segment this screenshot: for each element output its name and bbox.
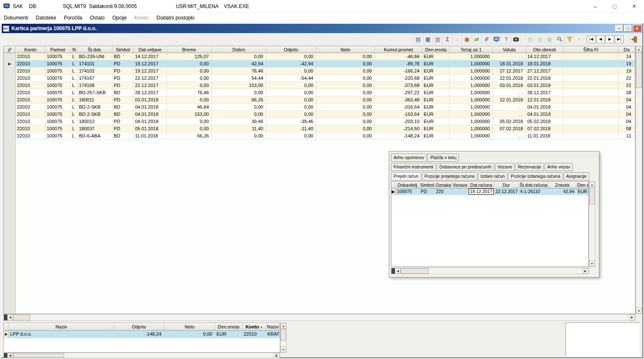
cell-dok[interactable]: 174168 xyxy=(78,82,112,89)
column-header-t-dok[interactable]: Št.dok. xyxy=(78,46,112,53)
scroll-up-icon[interactable]: ▲ xyxy=(636,46,642,52)
tab-vezave[interactable]: Vezave xyxy=(495,163,515,171)
grid-horizontal-scrollbar[interactable]: ◀ ▶ xyxy=(3,314,636,321)
cell-simbol[interactable]: BD xyxy=(112,89,134,96)
tab-dobavnice-po-predra-unih[interactable]: Dobavnice po predračunih xyxy=(437,163,494,171)
cell-obr[interactable]: 05.02.2018 xyxy=(526,118,563,125)
paperclip-icon[interactable] xyxy=(482,35,491,44)
cell-simbol[interactable]: PD xyxy=(112,125,134,132)
detail-vertical-scrollbar[interactable]: ▲ ▼ xyxy=(589,181,595,267)
preview-icon[interactable]: ▥ xyxy=(433,35,442,44)
column-header-naziv[interactable]: Naziv xyxy=(266,323,280,330)
cell-partner[interactable]: 100075 xyxy=(45,82,71,89)
scroll-thumb[interactable] xyxy=(401,268,429,274)
child-titlebar[interactable]: MIT Kartica partnerja 100075 LPP d.o.o. … xyxy=(2,24,642,33)
cell-partner[interactable]: 100075 xyxy=(45,53,71,60)
cell-obr[interactable]: 03.01.2018 xyxy=(526,82,563,89)
minimize-button[interactable]: – xyxy=(585,0,605,13)
cell-n[interactable]: L xyxy=(71,125,78,132)
column-header-vezava[interactable]: Vezava xyxy=(452,182,469,188)
splitter-handle[interactable] xyxy=(4,314,7,320)
column-header-breme[interactable]: Breme xyxy=(167,46,212,53)
scroll-track[interactable] xyxy=(589,188,595,261)
cell-dobro[interactable]: 39,46 xyxy=(212,118,266,125)
cell-odprto[interactable]: 0,00 xyxy=(266,96,316,104)
cell-konto[interactable]: 22010 xyxy=(16,53,45,60)
cell-valuta[interactable]: 03.01.2018 xyxy=(493,82,526,89)
cell-dok[interactable]: BD-2-SKB xyxy=(78,104,112,111)
cell-n[interactable]: L xyxy=(71,53,78,60)
cell-valuta[interactable]: . . xyxy=(493,53,526,60)
tab-finan-ni-instrumenti[interactable]: Finančni instrumenti xyxy=(391,163,436,171)
cell-neto[interactable]: 0,00 xyxy=(316,53,375,60)
cell-dobro[interactable]: 0,00 xyxy=(212,132,266,140)
doc-delete-icon[interactable]: ▦ xyxy=(545,35,554,44)
cell-dur[interactable]: 22.12.2017 xyxy=(494,188,519,195)
cell-sifra[interactable] xyxy=(563,125,619,132)
cell-kumul[interactable]: -166,24 xyxy=(375,67,422,75)
scroll-track[interactable] xyxy=(13,353,274,358)
cell-simbol[interactable]: PD xyxy=(112,118,134,125)
cell-valuta[interactable]: 18.01.2018 xyxy=(493,60,526,67)
scroll-track[interactable] xyxy=(636,52,642,308)
cell-kumul[interactable]: -89,78 xyxy=(375,60,422,67)
cell-n[interactable]: L xyxy=(71,89,78,96)
cell-neto[interactable]: 0,00 xyxy=(316,118,375,125)
sum-icon[interactable]: Σ xyxy=(443,35,452,44)
column-header-dat-ra-una[interactable]: Dat.računa xyxy=(469,182,494,188)
cell-tecaj[interactable]: 1,000000 xyxy=(450,118,493,125)
cell-konto[interactable]: 22010 xyxy=(16,132,45,140)
cell-sifra[interactable] xyxy=(563,53,619,60)
cell-odprto[interactable]: 0,00 xyxy=(266,82,316,89)
table-row[interactable]: 22010100075LBD-2-SKBBD04.01.201846,840,0… xyxy=(4,104,635,111)
summary-vertical-scrollbar[interactable]: ▲ ▼ xyxy=(280,323,287,353)
cell-konto[interactable]: 22010 xyxy=(16,75,45,82)
scroll-left-icon[interactable]: ◀ xyxy=(7,314,13,320)
cell-n[interactable]: L xyxy=(71,111,78,118)
column-header-kumul-promet[interactable]: Kumul.promet xyxy=(375,46,422,53)
scroll-up-icon[interactable]: ▲ xyxy=(589,182,595,188)
column-header-dat-veljave[interactable]: Dat.veljave xyxy=(134,46,167,53)
cell-neto[interactable]: 0,00 xyxy=(164,331,215,338)
summary-horizontal-scrollbar[interactable]: ◀ ▶ xyxy=(3,353,280,358)
cell-obr[interactable]: 12.01.2018 xyxy=(526,96,563,104)
cell-kumul[interactable]: -373,68 xyxy=(375,82,422,89)
cell-tecaj[interactable]: 1,000000 xyxy=(450,125,493,132)
column-header-n[interactable]: N xyxy=(71,46,78,53)
column-header-marker[interactable] xyxy=(4,323,9,330)
copy-icon[interactable]: ▣ xyxy=(462,35,472,44)
cell-dobro[interactable]: 11,40 xyxy=(212,125,266,132)
cell-dok[interactable]: 174101 xyxy=(78,60,112,67)
cell-obr[interactable]: 27.12.2017 xyxy=(526,67,563,75)
tab-pla-ila-v-teku[interactable]: Plačila v teku xyxy=(427,154,459,162)
scroll-up-icon[interactable]: ▲ xyxy=(281,323,286,329)
cell-tecaj[interactable]: 1,000000 xyxy=(450,53,493,60)
scroll-thumb[interactable] xyxy=(589,188,595,205)
cell-den[interactable]: EUR xyxy=(422,67,450,75)
cell-dobro[interactable]: 76,46 xyxy=(212,67,266,75)
cell-da[interactable]: 04 xyxy=(619,111,635,118)
sort-icon[interactable]: ↕ xyxy=(453,35,462,44)
cell-marker[interactable]: ▶ xyxy=(391,188,396,195)
cell-da[interactable]: 04 xyxy=(619,96,635,104)
cell-da[interactable]: 22 xyxy=(619,82,635,89)
cell-tecaj[interactable]: 1,000000 xyxy=(450,96,493,104)
cell-datv[interactable]: 14.12.2017 xyxy=(134,53,167,60)
column-header-odprto[interactable]: Odprto xyxy=(114,323,164,330)
cell-valuta[interactable]: . . xyxy=(493,89,526,96)
scroll-down-icon[interactable]: ▼ xyxy=(589,261,595,266)
cell-tecaj[interactable]: 1,000000 xyxy=(450,67,493,75)
cell-valuta[interactable]: 12.01.2018 xyxy=(493,96,526,104)
table-row[interactable]: ▶LPP d.o.o.-148,240,00EUR22010KRATK xyxy=(4,331,280,338)
column-header-t-dob-ra-una[interactable]: Št.dob.računa xyxy=(519,182,548,188)
cell-konto[interactable]: 22010 xyxy=(16,60,45,67)
cell-oznaka[interactable]: 220 xyxy=(435,188,452,195)
cell-den[interactable]: EUR xyxy=(422,53,450,60)
cell-partner[interactable]: 100075 xyxy=(45,132,71,140)
cell-sifra[interactable] xyxy=(563,67,619,75)
help-icon[interactable]: ? xyxy=(501,35,511,44)
cell-da[interactable]: 11 xyxy=(619,132,635,140)
cell-da[interactable]: 22 xyxy=(619,75,635,82)
cell-naziv2[interactable]: KRATK xyxy=(266,331,280,338)
doc-new-icon[interactable]: ▤ xyxy=(526,35,535,44)
